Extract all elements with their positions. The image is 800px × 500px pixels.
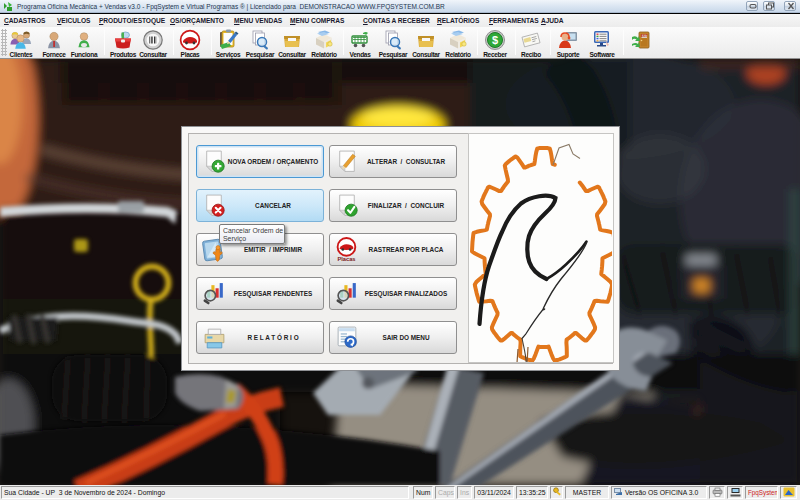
- svg-text:Placas: Placas: [337, 256, 355, 262]
- svg-text:$: $: [492, 34, 498, 46]
- svg-text:EXIT: EXIT: [641, 34, 648, 38]
